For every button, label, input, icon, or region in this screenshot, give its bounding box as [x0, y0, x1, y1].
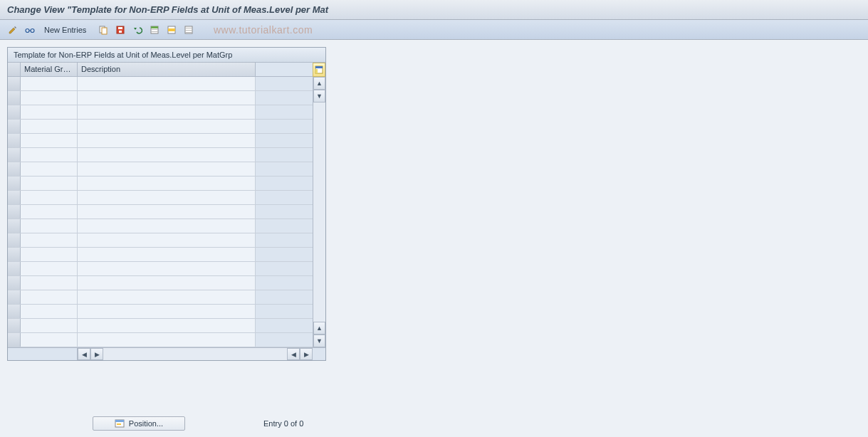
row-selector[interactable] — [8, 305, 21, 318]
row-selector[interactable] — [8, 162, 21, 176]
position-button[interactable]: Position... — [93, 416, 185, 431]
table-grid: Material Gro... Description — [8, 63, 313, 347]
row-selector[interactable] — [8, 219, 21, 233]
row-selector[interactable] — [8, 105, 21, 119]
row-selector[interactable] — [8, 77, 21, 90]
row-selector[interactable] — [8, 91, 21, 105]
cell-description[interactable] — [78, 319, 256, 332]
row-selector[interactable] — [8, 191, 21, 204]
row-selector[interactable] — [8, 120, 21, 133]
cell-material-group[interactable] — [21, 248, 78, 261]
table-header-row: Material Gro... Description — [8, 63, 313, 77]
scroll-right-button-right[interactable]: ▶ — [300, 348, 313, 360]
svg-rect-12 — [168, 28, 175, 31]
row-selector-header[interactable] — [8, 63, 21, 76]
cell-material-group[interactable] — [21, 162, 78, 176]
scroll-track[interactable] — [103, 348, 287, 360]
select-all-button[interactable] — [147, 23, 162, 37]
cell-material-group[interactable] — [21, 120, 78, 133]
edit-button[interactable] — [6, 23, 20, 37]
cell-material-group[interactable] — [21, 276, 78, 290]
entry-count: Entry 0 of 0 — [263, 419, 303, 428]
save-button[interactable] — [113, 23, 127, 37]
svg-rect-18 — [315, 66, 323, 68]
row-selector[interactable] — [8, 134, 21, 147]
pencil-icon — [8, 25, 18, 35]
column-header-description[interactable]: Description — [78, 63, 256, 76]
svg-rect-8 — [151, 26, 158, 28]
svg-point-0 — [26, 28, 29, 32]
cell-material-group[interactable] — [21, 290, 78, 304]
cell-description[interactable] — [78, 305, 256, 318]
svg-rect-16 — [185, 32, 192, 33]
cell-description[interactable] — [78, 134, 256, 147]
cell-material-group[interactable] — [21, 77, 78, 90]
svg-rect-19 — [315, 69, 318, 73]
row-selector[interactable] — [8, 319, 21, 332]
row-selector[interactable] — [8, 177, 21, 190]
cell-material-group[interactable] — [21, 134, 78, 147]
table-container: Material Gro... Description — [8, 63, 325, 347]
scroll-up-button-bottom[interactable]: ▲ — [313, 322, 325, 335]
vertical-scrollbar[interactable]: ▲ ▼ ▲ ▼ — [313, 63, 325, 347]
table-row — [8, 319, 313, 333]
scroll-down-button-bottom[interactable]: ▼ — [313, 335, 325, 347]
row-selector[interactable] — [8, 248, 21, 261]
cell-description[interactable] — [78, 120, 256, 133]
select-block-button[interactable] — [164, 23, 179, 37]
row-selector[interactable] — [8, 205, 21, 218]
cell-description[interactable] — [78, 233, 256, 247]
svg-rect-15 — [185, 30, 192, 31]
scroll-left-button-right[interactable]: ◀ — [287, 348, 300, 360]
scroll-track[interactable] — [313, 102, 325, 322]
scroll-right-button[interactable]: ▶ — [90, 348, 103, 360]
cell-material-group[interactable] — [21, 262, 78, 275]
cell-description[interactable] — [78, 91, 256, 105]
cell-description[interactable] — [78, 248, 256, 261]
scroll-up-button[interactable]: ▲ — [313, 77, 325, 90]
cell-material-group[interactable] — [21, 333, 78, 347]
cell-description[interactable] — [78, 162, 256, 176]
cell-material-group[interactable] — [21, 319, 78, 332]
deselect-button[interactable] — [182, 23, 196, 37]
display-button[interactable] — [23, 23, 37, 37]
cell-material-group[interactable] — [21, 191, 78, 204]
row-selector[interactable] — [8, 333, 21, 347]
column-header-material-group[interactable]: Material Gro... — [21, 63, 78, 76]
cell-description[interactable] — [78, 77, 256, 90]
row-selector[interactable] — [8, 276, 21, 290]
cell-material-group[interactable] — [21, 305, 78, 318]
row-selector[interactable] — [8, 262, 21, 275]
svg-rect-3 — [102, 28, 107, 34]
cell-material-group[interactable] — [21, 91, 78, 105]
new-entries-button[interactable]: New Entries — [40, 23, 90, 36]
cell-description[interactable] — [78, 276, 256, 290]
cell-material-group[interactable] — [21, 233, 78, 247]
cell-description[interactable] — [78, 333, 256, 347]
row-selector[interactable] — [8, 290, 21, 304]
cell-material-group[interactable] — [21, 205, 78, 218]
cell-description[interactable] — [78, 290, 256, 304]
table-settings-button[interactable] — [313, 63, 325, 77]
row-selector[interactable] — [8, 233, 21, 247]
scroll-down-button[interactable]: ▼ — [313, 90, 325, 102]
cell-description[interactable] — [78, 148, 256, 162]
horizontal-scrollbar[interactable]: ◀ ▶ ◀ ▶ — [8, 347, 325, 360]
cell-description[interactable] — [78, 205, 256, 218]
cell-description[interactable] — [78, 262, 256, 275]
cell-description[interactable] — [78, 105, 256, 119]
scroll-left-button[interactable]: ◀ — [78, 348, 90, 360]
table-row — [8, 162, 313, 177]
copy-button[interactable] — [96, 23, 110, 37]
row-selector[interactable] — [8, 148, 21, 162]
table-row — [8, 177, 313, 191]
cell-material-group[interactable] — [21, 148, 78, 162]
undo-button[interactable] — [130, 23, 145, 37]
cell-material-group[interactable] — [21, 105, 78, 119]
cell-material-group[interactable] — [21, 177, 78, 190]
svg-rect-5 — [118, 27, 122, 29]
cell-description[interactable] — [78, 219, 256, 233]
cell-description[interactable] — [78, 177, 256, 190]
cell-material-group[interactable] — [21, 219, 78, 233]
cell-description[interactable] — [78, 191, 256, 204]
